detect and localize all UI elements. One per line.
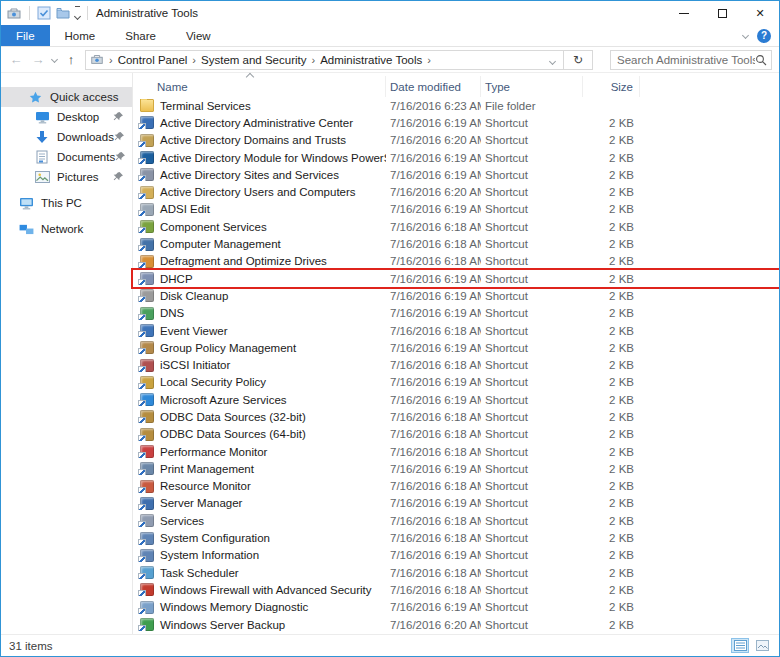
back-button[interactable]: [8, 52, 24, 67]
file-row-windows-firewall-with-advanced-security[interactable]: Windows Firewall with Advanced Security …: [133, 581, 779, 598]
column-header-name[interactable]: Name: [133, 76, 386, 97]
file-size: 2 KB: [583, 186, 640, 198]
pin-icon: [113, 171, 124, 184]
file-row-active-directory-domains-and-trusts[interactable]: Active Directory Domains and Trusts 7/16…: [133, 132, 779, 149]
file-name: iSCSI Initiator: [160, 359, 230, 371]
group-policy-management-shortcut-icon: [140, 341, 154, 354]
active-directory-module-for-windows-powershell-shortcut-icon: [140, 151, 154, 164]
file-row-windows-server-backup[interactable]: Windows Server Backup 7/16/2016 6:20 AM …: [133, 616, 779, 633]
close-button[interactable]: [741, 1, 779, 25]
address-bar[interactable]: ›Control Panel›System and Security›Admin…: [85, 50, 593, 70]
file-row-active-directory-sites-and-services[interactable]: Active Directory Sites and Services 7/16…: [133, 166, 779, 183]
file-name: Active Directory Sites and Services: [160, 169, 339, 181]
file-row-terminal-services[interactable]: Terminal Services 7/16/2016 6:23 AM File…: [133, 97, 779, 114]
refresh-icon[interactable]: [566, 53, 590, 67]
file-row-system-configuration[interactable]: System Configuration 7/16/2016 6:18 AM S…: [133, 529, 779, 546]
file-row-system-information[interactable]: System Information 7/16/2016 6:19 AM Sho…: [133, 547, 779, 564]
file-row-active-directory-administrative-center[interactable]: Active Directory Administrative Center 7…: [133, 114, 779, 131]
sidebar-item-pictures[interactable]: Pictures: [1, 167, 132, 187]
file-size: 2 KB: [583, 325, 640, 337]
column-header-size[interactable]: Size: [583, 76, 640, 97]
maximize-icon: [718, 9, 727, 18]
file-row-component-services[interactable]: Component Services 7/16/2016 6:18 AM Sho…: [133, 218, 779, 235]
file-type: Shortcut: [481, 169, 583, 181]
file-type: Shortcut: [481, 203, 583, 215]
file-row-disk-cleanup[interactable]: Disk Cleanup 7/16/2016 6:19 AM Shortcut …: [133, 287, 779, 304]
file-row-active-directory-users-and-computers[interactable]: Active Directory Users and Computers 7/1…: [133, 183, 779, 200]
sidebar-item-this-pc[interactable]: This PC: [1, 193, 132, 213]
file-name: Component Services: [160, 221, 267, 233]
address-dropdown-icon[interactable]: [544, 54, 561, 66]
file-size: 2 KB: [583, 134, 640, 146]
file-row-server-manager[interactable]: Server Manager 7/16/2016 6:19 AM Shortcu…: [133, 495, 779, 512]
file-type: Shortcut: [481, 307, 583, 319]
file-row-microsoft-azure-services[interactable]: Microsoft Azure Services 7/16/2016 6:19 …: [133, 391, 779, 408]
breadcrumb-control-panel[interactable]: Control Panel: [118, 54, 188, 66]
properties-button[interactable]: [37, 6, 51, 20]
minimize-button[interactable]: [665, 1, 703, 25]
maximize-button[interactable]: [703, 1, 741, 25]
file-name: Active Directory Domains and Trusts: [160, 134, 346, 146]
administrative-tools-app-icon: [6, 5, 22, 21]
tab-file[interactable]: File: [1, 25, 50, 46]
file-row-task-scheduler[interactable]: Task Scheduler 7/16/2016 6:18 AM Shortcu…: [133, 564, 779, 581]
sidebar-item-documents[interactable]: Documents: [1, 147, 132, 167]
file-row-computer-management[interactable]: Computer Management 7/16/2016 6:18 AM Sh…: [133, 235, 779, 252]
search-input[interactable]: [617, 54, 755, 66]
forward-button[interactable]: [30, 52, 46, 67]
file-type: Shortcut: [481, 446, 583, 458]
file-row-active-directory-module-for-windows-powershell[interactable]: Active Directory Module for Windows Powe…: [133, 149, 779, 166]
tab-view[interactable]: View: [171, 25, 226, 46]
tab-home[interactable]: Home: [50, 25, 111, 46]
file-date-modified: 7/16/2016 6:18 AM: [386, 584, 481, 596]
file-row-adsi-edit[interactable]: ADSI Edit 7/16/2016 6:19 AM Shortcut 2 K…: [133, 201, 779, 218]
new-folder-button[interactable]: [56, 7, 70, 19]
sidebar-item-quick-access[interactable]: Quick access: [1, 87, 132, 107]
file-date-modified: 7/16/2016 6:18 AM: [386, 411, 481, 423]
system-configuration-shortcut-icon: [140, 532, 154, 545]
file-row-dhcp-highlighted[interactable]: DHCP 7/16/2016 6:19 AM Shortcut 2 KB: [133, 270, 779, 287]
file-name: Performance Monitor: [160, 446, 267, 458]
file-row-event-viewer[interactable]: Event Viewer 7/16/2016 6:18 AM Shortcut …: [133, 322, 779, 339]
file-size: 2 KB: [583, 584, 640, 596]
file-row-performance-monitor[interactable]: Performance Monitor 7/16/2016 6:18 AM Sh…: [133, 443, 779, 460]
file-size: 2 KB: [583, 221, 640, 233]
network-icon: [18, 221, 34, 237]
recent-locations-dropdown[interactable]: [51, 56, 58, 63]
active-directory-sites-and-services-shortcut-icon: [140, 168, 154, 181]
customize-toolbar-dropdown[interactable]: [75, 6, 80, 21]
file-name: Windows Server Backup: [160, 619, 285, 631]
file-row-odbc-data-sources-32-bit[interactable]: ODBC Data Sources (32-bit) 7/16/2016 6:1…: [133, 408, 779, 425]
large-icons-view-button[interactable]: [753, 638, 771, 653]
file-date-modified: 7/16/2016 6:18 AM: [386, 428, 481, 440]
sidebar-item-network[interactable]: Network: [1, 219, 132, 239]
search-box[interactable]: [610, 50, 772, 70]
tab-share[interactable]: Share: [110, 25, 171, 46]
details-view-button[interactable]: [731, 638, 749, 653]
breadcrumb-system-and-security[interactable]: System and Security: [201, 54, 306, 66]
file-row-print-management[interactable]: Print Management 7/16/2016 6:19 AM Short…: [133, 460, 779, 477]
file-name: Print Management: [160, 463, 254, 475]
defragment-and-optimize-drives-shortcut-icon: [140, 255, 154, 268]
sidebar-item-downloads[interactable]: Downloads: [1, 127, 132, 147]
help-icon[interactable]: [757, 29, 771, 43]
sidebar-item-desktop[interactable]: Desktop: [1, 107, 132, 127]
explorer-window: Administrative Tools File Home Share Vie…: [0, 0, 780, 657]
file-row-group-policy-management[interactable]: Group Policy Management 7/16/2016 6:19 A…: [133, 339, 779, 356]
file-row-local-security-policy[interactable]: Local Security Policy 7/16/2016 6:19 AM …: [133, 374, 779, 391]
file-row-resource-monitor[interactable]: Resource Monitor 7/16/2016 6:18 AM Short…: [133, 478, 779, 495]
up-button[interactable]: [63, 52, 79, 67]
file-row-defragment-and-optimize-drives[interactable]: Defragment and Optimize Drives 7/16/2016…: [133, 253, 779, 270]
file-type: Shortcut: [481, 255, 583, 267]
file-row-odbc-data-sources-64-bit[interactable]: ODBC Data Sources (64-bit) 7/16/2016 6:1…: [133, 426, 779, 443]
file-row-iscsi-initiator[interactable]: iSCSI Initiator 7/16/2016 6:18 AM Shortc…: [133, 356, 779, 373]
file-size: 2 KB: [583, 376, 640, 388]
file-row-services[interactable]: Services 7/16/2016 6:18 AM Shortcut 2 KB: [133, 512, 779, 529]
minimize-ribbon-icon[interactable]: [742, 32, 749, 39]
breadcrumb-administrative-tools[interactable]: Administrative Tools: [320, 54, 422, 66]
file-row-dns[interactable]: DNS 7/16/2016 6:19 AM Shortcut 2 KB: [133, 305, 779, 322]
search-icon: [755, 54, 767, 66]
column-header-type[interactable]: Type: [481, 76, 583, 97]
column-header-date-modified[interactable]: Date modified: [386, 76, 481, 97]
file-row-windows-memory-diagnostic[interactable]: Windows Memory Diagnostic 7/16/2016 6:19…: [133, 599, 779, 616]
